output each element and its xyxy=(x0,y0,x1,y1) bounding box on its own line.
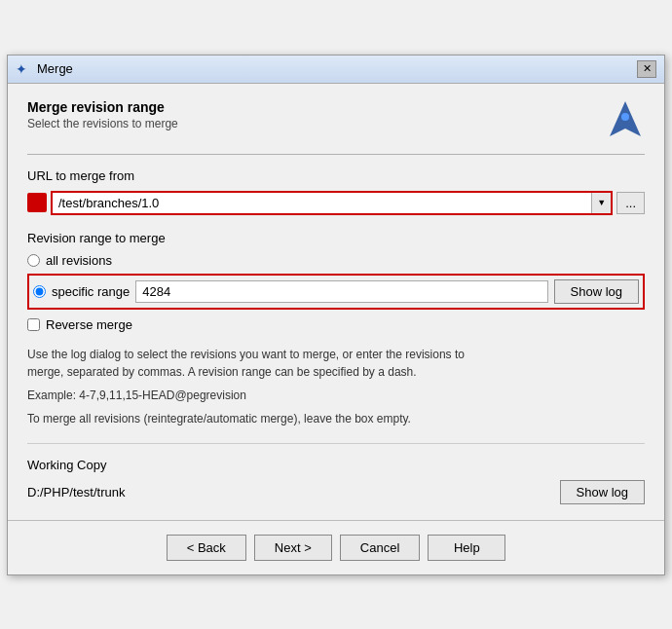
help-button[interactable]: Help xyxy=(428,535,505,561)
working-copy-section: Working Copy D:/PHP/test/trunk Show log xyxy=(27,443,645,504)
window-title: Merge xyxy=(37,61,73,76)
show-log-button-wc[interactable]: Show log xyxy=(560,480,645,504)
show-log-button-range[interactable]: Show log xyxy=(554,279,639,304)
cancel-button[interactable]: Cancel xyxy=(340,535,420,561)
working-copy-row: D:/PHP/test/trunk Show log xyxy=(27,480,645,504)
range-input[interactable] xyxy=(135,280,547,303)
url-input-wrapper: ▼ xyxy=(51,191,613,215)
close-button[interactable]: ✕ xyxy=(637,60,656,78)
working-copy-path: D:/PHP/test/trunk xyxy=(27,485,125,500)
header-section: Merge revision range Select the revision… xyxy=(27,99,645,138)
all-revisions-label: all revisions xyxy=(46,253,112,268)
url-dropdown-button[interactable]: ▼ xyxy=(591,193,611,213)
info-note: To merge all revisions (reintegrate/auto… xyxy=(27,410,645,427)
title-bar-left: ✦ Merge xyxy=(16,61,73,77)
specific-range-radio[interactable] xyxy=(33,285,46,298)
url-label: URL to merge from xyxy=(27,168,645,183)
url-section: URL to merge from ▼ ... xyxy=(27,168,645,215)
reverse-merge-label: Reverse merge xyxy=(46,317,132,332)
reverse-merge-checkbox[interactable] xyxy=(27,318,40,331)
header-text: Merge revision range Select the revision… xyxy=(27,99,178,130)
url-row: ▼ ... xyxy=(27,191,645,215)
url-input[interactable] xyxy=(53,193,591,213)
header-logo xyxy=(606,99,645,138)
specific-range-label: specific range xyxy=(52,284,130,299)
title-bar: ✦ Merge ✕ xyxy=(8,56,664,84)
merge-icon: ✦ xyxy=(16,61,31,77)
all-revisions-radio[interactable] xyxy=(27,254,40,267)
section-subtitle: Select the revisions to merge xyxy=(27,117,178,130)
url-icon xyxy=(27,193,47,212)
section-title: Merge revision range xyxy=(27,99,178,115)
working-copy-label: Working Copy xyxy=(27,458,645,472)
next-button[interactable]: Next > xyxy=(254,535,332,561)
back-button[interactable]: < Back xyxy=(167,535,246,561)
bottom-buttons: < Back Next > Cancel Help xyxy=(8,520,664,574)
all-revisions-row: all revisions xyxy=(27,253,645,268)
example-text: Example: 4-7,9,11,15-HEAD@pegrevision xyxy=(27,388,645,402)
main-content: Merge revision range Select the revision… xyxy=(8,84,664,520)
revision-section: Revision range to merge all revisions sp… xyxy=(27,231,645,332)
revision-label: Revision range to merge xyxy=(27,231,645,245)
specific-range-row: specific range Show log xyxy=(27,274,645,310)
reverse-merge-row: Reverse merge xyxy=(27,317,645,332)
info-text-1: Use the log dialog to select the revisio… xyxy=(27,346,645,381)
merge-dialog: ✦ Merge ✕ Merge revision range Select th… xyxy=(7,55,665,575)
svg-point-0 xyxy=(621,113,629,121)
url-browse-button[interactable]: ... xyxy=(616,192,645,214)
header-divider xyxy=(27,154,645,155)
